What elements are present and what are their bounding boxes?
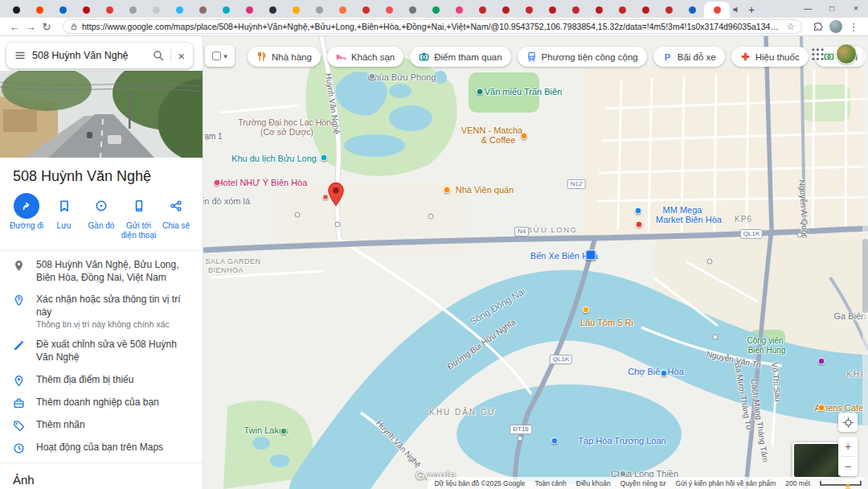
browser-tab[interactable] <box>518 2 541 18</box>
url-bar[interactable]: https://www.google.com/maps/place/508+Hu… <box>63 19 802 34</box>
new-tab-button[interactable]: + <box>743 2 760 18</box>
extensions-icon[interactable] <box>810 21 826 33</box>
browser-tab[interactable] <box>634 2 657 18</box>
attribution-link[interactable]: Toàn cảnh <box>535 479 567 487</box>
transit-stop-marker[interactable] <box>797 232 803 238</box>
map-filter-chip[interactable]: Hiệu thuốc <box>731 47 809 67</box>
poi-marker[interactable] <box>818 405 825 412</box>
browser-tab[interactable] <box>121 2 145 18</box>
menu-item-your-activity[interactable]: Hoạt động của bạn trên Maps <box>0 437 203 459</box>
poi-marker[interactable] <box>369 73 376 80</box>
browser-tab[interactable] <box>191 2 215 18</box>
send-to-phone-button[interactable]: Gửi tới điện thoại <box>121 193 158 240</box>
google-apps-button[interactable] <box>811 47 825 61</box>
poi-marker[interactable] <box>551 438 559 445</box>
map-filter-chip[interactable]: PBãi đỗ xe <box>653 47 725 67</box>
browser-tab[interactable] <box>541 2 564 18</box>
browser-tab[interactable] <box>308 2 331 18</box>
reload-button[interactable]: ↻ <box>39 21 55 33</box>
nearby-button[interactable]: Gần đó <box>83 193 120 240</box>
attribution-link[interactable]: Gửi ý kiến phản hồi về sản phẩm <box>676 479 776 487</box>
search-box[interactable]: × <box>6 43 193 68</box>
browser-tab[interactable] <box>564 2 588 18</box>
browser-tab[interactable] <box>75 2 98 18</box>
poi-marker[interactable] <box>661 370 668 377</box>
forward-button[interactable]: → <box>23 21 39 33</box>
browser-tab[interactable] <box>215 2 238 18</box>
attribution-link[interactable]: Điều khoản <box>576 479 611 487</box>
browser-tab[interactable] <box>424 2 448 18</box>
page-scrollbar[interactable] <box>862 36 868 489</box>
panel-toggle[interactable]: ▾ <box>205 45 235 67</box>
bookmark-star-icon[interactable]: ☆ <box>786 21 795 32</box>
menu-icon[interactable] <box>14 50 26 61</box>
menu-item-add-place[interactable]: Thêm địa điểm bị thiếu <box>0 369 203 392</box>
close-window-button[interactable]: × <box>844 0 868 18</box>
zoom-out-button[interactable]: − <box>838 457 858 476</box>
browser-tab[interactable] <box>611 2 634 18</box>
poi-marker[interactable] <box>444 187 451 194</box>
menu-item-add-label[interactable]: Thêm nhãn <box>0 414 203 437</box>
browser-tab[interactable] <box>471 2 494 18</box>
place-photo[interactable] <box>0 71 203 158</box>
account-avatar[interactable] <box>836 43 857 64</box>
poi-marker[interactable] <box>636 221 643 228</box>
browser-tab[interactable] <box>51 2 75 18</box>
minimap-toggle[interactable] <box>792 442 843 479</box>
poi-marker[interactable] <box>280 428 288 435</box>
transit-stop-marker[interactable] <box>518 436 523 442</box>
browser-tab[interactable] <box>285 2 308 18</box>
back-button[interactable]: ← <box>6 21 23 33</box>
browser-tab[interactable] <box>331 2 354 18</box>
transit-stop-marker[interactable] <box>707 259 713 265</box>
pegman[interactable] <box>839 481 857 489</box>
browser-tab[interactable] <box>145 2 168 18</box>
search-input[interactable] <box>32 50 146 61</box>
directions-button[interactable]: Đường đi <box>8 193 45 240</box>
browser-tab[interactable] <box>168 2 191 18</box>
browser-tab[interactable] <box>681 2 704 18</box>
browser-tab[interactable] <box>238 2 261 18</box>
transit-stop-marker[interactable] <box>428 214 434 220</box>
menu-item-add-business[interactable]: Thêm doanh nghiệp của bạn <box>0 392 203 414</box>
menu-item-suggest-edit[interactable]: Đề xuất chỉnh sửa về 508 Huỳnh Văn Nghệ <box>0 334 203 368</box>
map-filter-chip[interactable]: Nhà hàng <box>248 47 321 67</box>
transit-stop-marker[interactable] <box>295 212 301 218</box>
destination-pin[interactable] <box>327 182 345 208</box>
map-filter-chip[interactable]: Phương tiện công cộng <box>518 47 647 67</box>
transit-stop-marker[interactable] <box>335 222 341 228</box>
my-location-button[interactable] <box>838 413 858 432</box>
poi-marker[interactable] <box>214 179 221 187</box>
browser-tab[interactable] <box>28 2 51 18</box>
attribution-link[interactable]: Quyền riêng tư <box>620 479 666 487</box>
active-tab[interactable] <box>704 2 730 18</box>
poi-marker[interactable] <box>583 306 590 314</box>
browser-tab[interactable] <box>98 2 121 18</box>
transit-stop-marker[interactable] <box>713 335 719 340</box>
map-canvas[interactable]: Chùa Bửu PhongVăn miếu Trấn BiênVENN - M… <box>203 36 868 489</box>
browser-tab[interactable] <box>261 2 285 18</box>
scrollbar-thumb[interactable] <box>862 239 868 313</box>
browser-tab[interactable] <box>588 2 611 18</box>
search-icon[interactable] <box>153 50 164 61</box>
menu-item-address[interactable]: 508 Huỳnh Văn Nghệ, Bửu Long, Biên Hòa, … <box>0 254 203 289</box>
browser-tab[interactable] <box>354 2 378 18</box>
poi-marker[interactable] <box>477 88 484 96</box>
browser-tab[interactable] <box>5 2 28 18</box>
save-button[interactable]: Lưu <box>46 193 83 240</box>
share-button[interactable]: Chia sẻ <box>158 193 194 240</box>
browser-tab[interactable] <box>378 2 401 18</box>
poi-marker[interactable] <box>321 154 328 162</box>
poi-marker[interactable] <box>635 208 642 215</box>
minimize-button[interactable]: — <box>796 0 820 18</box>
browser-profile-avatar[interactable] <box>829 20 842 33</box>
browser-tab[interactable] <box>448 2 471 18</box>
maximize-button[interactable]: □ <box>820 0 844 18</box>
zoom-in-button[interactable]: + <box>838 437 858 456</box>
map-filter-chip[interactable]: Điểm tham quan <box>410 47 510 67</box>
bus-station-marker[interactable] <box>586 250 596 261</box>
browser-tab[interactable] <box>401 2 424 18</box>
close-search-icon[interactable]: × <box>178 50 185 62</box>
browser-menu-button[interactable]: ⋮ <box>845 21 862 33</box>
map-filter-chip[interactable]: Khách sạn <box>327 47 403 67</box>
